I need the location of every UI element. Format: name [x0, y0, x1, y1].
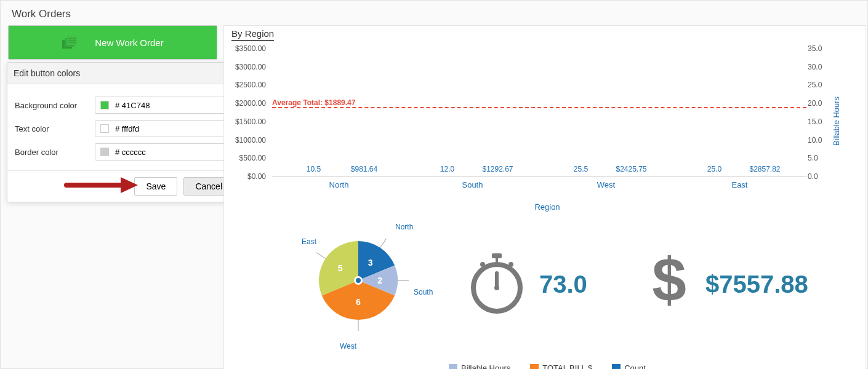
y2-axis-label: Billable Hours — [831, 97, 840, 146]
y-left-tick: $2500.00 — [229, 81, 266, 89]
dialog-title: Edit button colors — [14, 68, 80, 78]
y-left-tick: $3500.00 — [229, 44, 266, 53]
bar-value-label: $2425.75 — [608, 165, 654, 173]
y-right-tick: 0.0 — [808, 172, 845, 181]
documents-stack-icon — [62, 36, 78, 49]
bar-value-label: $981.64 — [341, 165, 387, 173]
x-axis-label: Region — [229, 202, 866, 212]
bar-value-label: $1292.67 — [475, 165, 520, 173]
y-left-tick: $1000.00 — [229, 136, 266, 145]
plot-area: Average Total: $1889.47 10.5$981.64North… — [272, 49, 806, 177]
y-left-tick: $0.00 — [229, 172, 266, 181]
pie-value-label: 5 — [338, 263, 343, 273]
average-line: Average Total: $1889.47 — [272, 107, 806, 108]
pie-value-label: 3 — [368, 258, 373, 268]
y-right-tick: 30.0 — [808, 63, 845, 71]
svg-text:$: $ — [652, 252, 686, 314]
bar-value-label: 12.0 — [424, 165, 470, 173]
new-work-order-button[interactable]: New Work Order — [8, 25, 217, 60]
text-color-input[interactable] — [114, 121, 232, 137]
legend-swatch — [530, 364, 539, 370]
border-color-field[interactable] — [95, 143, 233, 161]
x-category-label: North — [288, 180, 390, 189]
legend-item-total-bill: TOTAL BILL $ — [530, 363, 592, 369]
x-category-label: East — [689, 180, 790, 189]
annotation-arrow-icon — [64, 176, 138, 194]
svg-point-18 — [494, 285, 499, 290]
legend: Billable Hours TOTAL BILL $ Count — [229, 363, 866, 369]
kpi-total: $ $7557.88 — [648, 252, 808, 316]
average-label: Average Total: $1889.47 — [272, 98, 355, 108]
y-right-tick: 5.0 — [808, 154, 845, 162]
border-color-label: Border color — [15, 148, 95, 157]
edit-button-colors-dialog: Edit button colors Background color Text… — [7, 62, 241, 202]
pie-label-west: West — [340, 342, 356, 351]
y-left-tick: $1500.00 — [229, 117, 266, 126]
y-right-tick: 35.0 — [808, 44, 845, 53]
legend-label: TOTAL BILL $ — [542, 363, 592, 369]
pie-leader-line — [316, 252, 326, 258]
bg-color-swatch — [100, 101, 109, 109]
new-work-order-label: New Work Order — [95, 38, 163, 48]
text-color-field[interactable] — [95, 120, 233, 137]
bg-color-field[interactable] — [95, 97, 233, 114]
kpi-hours-value: 73.0 — [539, 271, 587, 298]
svg-point-11 — [356, 278, 361, 283]
border-color-input[interactable] — [114, 144, 232, 160]
legend-swatch — [449, 364, 457, 370]
bg-color-label: Background color — [15, 101, 95, 110]
text-color-label: Text color — [15, 124, 95, 133]
y-left-tick: $2000.00 — [229, 99, 266, 108]
pie-label-east: East — [302, 237, 316, 246]
y-right-tick: 25.0 — [808, 81, 845, 89]
bar-value-label: 25.5 — [558, 165, 603, 173]
x-category-label: South — [422, 180, 523, 189]
legend-label: Billable Hours — [461, 363, 510, 369]
svg-marker-9 — [121, 177, 138, 193]
y-left-tick: $500.00 — [229, 154, 266, 162]
pie-leader-line — [380, 239, 387, 248]
bg-color-input[interactable] — [114, 97, 232, 113]
svg-rect-12 — [492, 253, 502, 258]
bar-chart: $3500.00$3000.00$2500.00$2000.00$1500.00… — [229, 41, 866, 201]
pie-chart: 3265 North South West East — [291, 219, 438, 367]
pie-label-south: South — [414, 288, 433, 296]
stopwatch-icon — [469, 252, 524, 316]
y-left-tick: $3000.00 — [229, 63, 266, 71]
y-axis-left: $3500.00$3000.00$2500.00$2000.00$1500.00… — [229, 49, 266, 177]
bar-value-label: $2857.82 — [742, 165, 787, 173]
legend-label: Count — [624, 363, 646, 369]
save-button[interactable]: Save — [134, 177, 177, 196]
legend-item-count: Count — [612, 363, 646, 369]
page-title: Work Orders — [12, 8, 71, 20]
chart-subtitle: By Region — [231, 28, 274, 41]
border-color-swatch — [100, 148, 109, 156]
bar-value-label: 10.5 — [291, 165, 336, 173]
main-content: By Region $3500.00$3000.00$2500.00$2000.… — [223, 25, 866, 369]
pie-value-label: 2 — [377, 276, 382, 285]
kpi-total-value: $7557.88 — [705, 271, 808, 298]
pie-value-label: 6 — [356, 297, 361, 307]
text-color-swatch — [100, 124, 109, 133]
legend-item-billable-hours: Billable Hours — [449, 363, 510, 369]
x-category-label: West — [555, 180, 657, 189]
bar-value-label: 25.0 — [691, 165, 737, 173]
pie-label-north: North — [395, 223, 413, 231]
legend-swatch — [612, 364, 621, 370]
kpi-hours: 73.0 — [469, 252, 587, 316]
dollar-icon: $ — [648, 252, 691, 316]
